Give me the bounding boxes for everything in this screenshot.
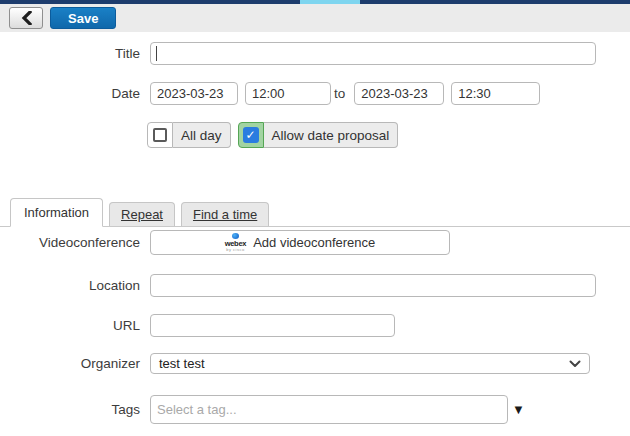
tab-repeat[interactable]: Repeat <box>109 202 175 226</box>
tags-dropdown-icon[interactable]: ▼ <box>512 402 525 417</box>
url-input[interactable] <box>150 314 395 337</box>
tags-input[interactable] <box>150 395 508 424</box>
end-date-input[interactable] <box>354 82 444 105</box>
title-label: Title <box>0 46 150 61</box>
add-videoconference-button[interactable]: webex by cisco Add videoconference <box>150 230 450 255</box>
date-row: Date to <box>0 82 630 105</box>
save-button[interactable]: Save <box>50 7 116 29</box>
top-accent-highlight[interactable] <box>300 0 360 4</box>
tags-row: Tags ▼ <box>0 395 630 424</box>
start-time-input[interactable] <box>245 82 331 105</box>
chevron-down-icon <box>569 360 581 368</box>
add-videoconference-label: Add videoconference <box>253 235 375 250</box>
text-cursor <box>156 46 157 61</box>
all-day-label[interactable]: All day <box>173 122 231 148</box>
top-accent-bar <box>0 0 630 4</box>
location-label: Location <box>0 278 150 293</box>
url-row: URL <box>0 314 630 337</box>
chevron-left-icon <box>21 11 32 25</box>
videoconference-row: Videoconference webex by cisco Add video… <box>0 230 630 255</box>
organizer-row: Organizer test test <box>0 353 630 374</box>
all-day-toggle[interactable]: All day <box>147 122 231 148</box>
tags-label: Tags <box>0 402 150 417</box>
end-time-input[interactable] <box>451 82 540 105</box>
all-day-checkbox-cell[interactable] <box>147 122 173 148</box>
checkbox-unchecked-icon[interactable] <box>153 128 167 142</box>
date-proposal-label[interactable]: Allow date proposal <box>264 122 399 148</box>
location-row: Location <box>0 274 630 297</box>
title-input[interactable] <box>150 42 596 65</box>
date-range-separator: to <box>334 86 345 101</box>
information-panel: Videoconference webex by cisco Add video… <box>0 230 630 424</box>
organizer-label: Organizer <box>0 356 150 371</box>
tab-bar: Information Repeat Find a time <box>0 199 630 227</box>
organizer-selected-value: test test <box>159 356 205 371</box>
videoconference-label: Videoconference <box>0 235 150 250</box>
checkbox-checked-icon[interactable]: ✓ <box>243 127 259 143</box>
start-date-input[interactable] <box>150 82 238 105</box>
webex-dot-icon <box>232 233 239 239</box>
date-proposal-toggle[interactable]: ✓ Allow date proposal <box>238 122 399 148</box>
url-label: URL <box>0 318 150 333</box>
webex-logo-icon: webex by cisco <box>225 233 246 253</box>
tab-information[interactable]: Information <box>10 198 103 227</box>
tab-find-a-time[interactable]: Find a time <box>181 202 269 226</box>
location-input[interactable] <box>150 274 596 297</box>
date-proposal-checkbox-cell[interactable]: ✓ <box>238 122 264 148</box>
toolbar: Save <box>0 4 630 32</box>
organizer-select[interactable]: test test <box>150 353 590 374</box>
title-row: Title <box>0 42 630 65</box>
date-label: Date <box>0 86 150 101</box>
checkbox-row: All day ✓ Allow date proposal <box>0 122 630 148</box>
back-button[interactable] <box>9 7 43 29</box>
